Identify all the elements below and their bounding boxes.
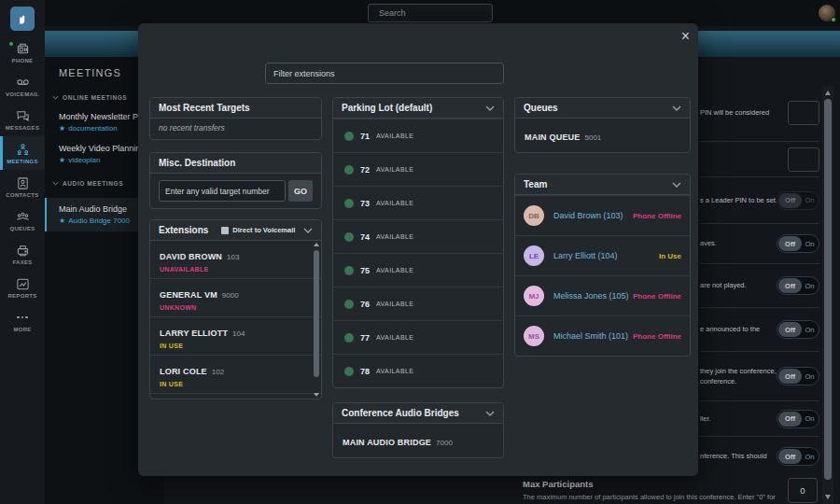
close-icon[interactable]: × bbox=[681, 29, 690, 44]
parking-slot-row[interactable]: 73AVAILABLE bbox=[333, 186, 503, 219]
scrollbar-thumb[interactable] bbox=[314, 250, 319, 377]
sidebar-item-contacts[interactable]: CONTACTS bbox=[0, 170, 45, 203]
setting-text-fragment: ller. bbox=[700, 413, 777, 424]
sidebar-item-reports[interactable]: REPORTS bbox=[0, 271, 45, 304]
parking-slot-row[interactable]: 75AVAILABLE bbox=[333, 253, 503, 287]
off-on-toggle[interactable]: OffOn bbox=[777, 234, 819, 253]
card-title: Parking Lot (default) bbox=[342, 103, 432, 113]
setting-input[interactable] bbox=[788, 147, 819, 172]
setting-row: nference. This should OffOn bbox=[700, 437, 819, 476]
hand-logo-icon bbox=[16, 12, 29, 25]
sidebar-item-label: PHONE bbox=[12, 58, 34, 63]
available-dot bbox=[344, 165, 354, 175]
setting-row: s a Leader PIN to be set. OffOn bbox=[700, 177, 819, 224]
checkbox-label: Direct to Voicemail bbox=[232, 226, 295, 234]
sidebar-item-queues[interactable]: QUEUES bbox=[0, 203, 45, 237]
extensions-scrollbar[interactable] bbox=[313, 243, 320, 397]
off-on-toggle[interactable]: OffOn bbox=[777, 447, 819, 466]
dialog-column-3: Queues MAIN QUEUE5001 Team DB David Brow… bbox=[514, 97, 691, 357]
member-status: Phone Offline bbox=[633, 292, 681, 301]
dialog-column-1: Most Recent Targets no recent transfers … bbox=[149, 97, 322, 399]
more-dots-icon bbox=[17, 311, 28, 325]
go-button[interactable]: GO bbox=[288, 180, 313, 202]
setting-text-fragment: nference. This should bbox=[700, 451, 777, 461]
scroll-down-arrow[interactable] bbox=[314, 393, 319, 397]
sidebar-item-messages[interactable]: MESSAGES bbox=[0, 103, 45, 136]
presence-dot bbox=[831, 17, 836, 22]
sidebar-item-label: CONTACTS bbox=[6, 192, 38, 198]
scroll-down-arrow[interactable] bbox=[825, 495, 831, 499]
page-scrollbar[interactable] bbox=[822, 86, 833, 504]
target-number-input[interactable] bbox=[159, 180, 286, 202]
extension-status: UNKNOWN bbox=[160, 304, 306, 311]
most-recent-targets-card: Most Recent Targets no recent transfers bbox=[149, 97, 322, 140]
parking-slot-row[interactable]: 78AVAILABLE bbox=[333, 354, 503, 387]
available-dot bbox=[344, 300, 354, 309]
extension-row[interactable]: DAVID BROWN103 UNAVAILABLE bbox=[150, 241, 321, 278]
sidebar-nav: PHONE VOICEMAIL MESSAGES MEETINGS CONTAC… bbox=[0, 35, 45, 338]
app-logo[interactable] bbox=[10, 7, 35, 31]
chevron-down-icon[interactable] bbox=[303, 228, 313, 233]
parking-slot-row[interactable]: 74AVAILABLE bbox=[333, 219, 503, 253]
sidebar-item-label: REPORTS bbox=[7, 293, 36, 299]
parking-slot-row[interactable]: 71AVAILABLE bbox=[333, 119, 503, 152]
member-status: In Use bbox=[659, 252, 681, 260]
topbar bbox=[45, 0, 840, 26]
bridge-row[interactable]: MAIN AUDIO BRIDGE7000 bbox=[333, 424, 503, 457]
sidebar-item-meetings[interactable]: MEETINGS bbox=[0, 136, 45, 170]
filter-extensions-box bbox=[265, 63, 504, 84]
parking-slot-row[interactable]: 72AVAILABLE bbox=[333, 152, 503, 186]
star-icon: ★ bbox=[59, 124, 65, 133]
extensions-list: DAVID BROWN103 UNAVAILABLE GENERAL VM900… bbox=[150, 241, 321, 399]
sidebar-item-faxes[interactable]: FAXES bbox=[0, 237, 45, 271]
sidebar-item-more[interactable]: MORE bbox=[0, 304, 45, 338]
scroll-up-arrow[interactable] bbox=[825, 91, 831, 95]
filter-extensions-input[interactable] bbox=[273, 69, 496, 78]
chevron-down-icon[interactable] bbox=[672, 105, 681, 111]
extension-row[interactable]: GENERAL VM9000 UNKNOWN bbox=[150, 278, 321, 316]
reports-icon bbox=[16, 277, 30, 291]
sidebar-item-label: MORE bbox=[13, 327, 31, 332]
setting-row: ller. OffOn bbox=[700, 401, 819, 437]
team-member-row[interactable]: MJ Melissa Jones (105) Phone Offline bbox=[515, 275, 690, 315]
sidebar-item-label: VOICEMAIL bbox=[6, 91, 39, 97]
parking-slot-row[interactable]: 77AVAILABLE bbox=[333, 320, 503, 354]
extension-row[interactable]: LARRY ELLIOTT104 IN USE bbox=[150, 316, 321, 355]
queue-row[interactable]: MAIN QUEUE5001 bbox=[515, 119, 690, 152]
off-on-toggle[interactable]: OffOn bbox=[777, 191, 819, 210]
card-title: Most Recent Targets bbox=[159, 103, 250, 113]
off-on-toggle[interactable]: OffOn bbox=[777, 320, 819, 339]
user-avatar[interactable] bbox=[819, 5, 835, 21]
conference-settings-panel: PIN will be considered s a Leader PIN to… bbox=[700, 84, 819, 476]
max-participants-input[interactable] bbox=[788, 478, 818, 503]
scrollbar-thumb[interactable] bbox=[824, 99, 832, 480]
setting-input[interactable] bbox=[788, 101, 819, 125]
team-member-row[interactable]: MS Michael Smith (101) Phone Offline bbox=[515, 315, 690, 356]
card-title: Queues bbox=[524, 103, 558, 113]
direct-to-voicemail-checkbox[interactable] bbox=[221, 227, 229, 234]
off-on-toggle[interactable]: OffOn bbox=[777, 410, 819, 428]
off-on-toggle[interactable]: OffOn bbox=[777, 367, 819, 385]
setting-text-fragment: e announced to the bbox=[700, 324, 777, 334]
chevron-down-icon[interactable] bbox=[485, 105, 495, 111]
sidebar-item-voicemail[interactable]: VOICEMAIL bbox=[0, 69, 45, 103]
available-dot bbox=[344, 367, 354, 376]
off-on-toggle[interactable]: OffOn bbox=[777, 276, 819, 295]
star-icon: ★ bbox=[59, 217, 65, 225]
chevron-down-icon[interactable] bbox=[485, 411, 495, 416]
member-status: Phone Offline bbox=[633, 212, 681, 220]
extensions-card: Extensions Direct to Voicemail DAVID BRO… bbox=[149, 219, 322, 399]
scroll-up-arrow[interactable] bbox=[314, 243, 319, 246]
available-dot bbox=[344, 232, 354, 242]
extension-row[interactable]: LORI COLE102 IN USE bbox=[150, 355, 321, 393]
contacts-icon bbox=[16, 176, 30, 190]
chevron-down-icon[interactable] bbox=[672, 182, 681, 188]
search-input[interactable] bbox=[379, 8, 488, 18]
team-member-row[interactable]: LE Larry Elliott (104) In Use bbox=[515, 235, 690, 275]
avatar: MJ bbox=[524, 286, 544, 306]
parking-slot-row[interactable]: 76AVAILABLE bbox=[333, 287, 503, 320]
search-box[interactable] bbox=[368, 4, 493, 22]
sidebar-item-phone[interactable]: PHONE bbox=[0, 35, 45, 69]
team-member-row[interactable]: DB David Brown (103) Phone Offline bbox=[515, 195, 690, 235]
extension-row[interactable]: MELISSA JONES105 UNAVAILABLE bbox=[150, 393, 321, 399]
